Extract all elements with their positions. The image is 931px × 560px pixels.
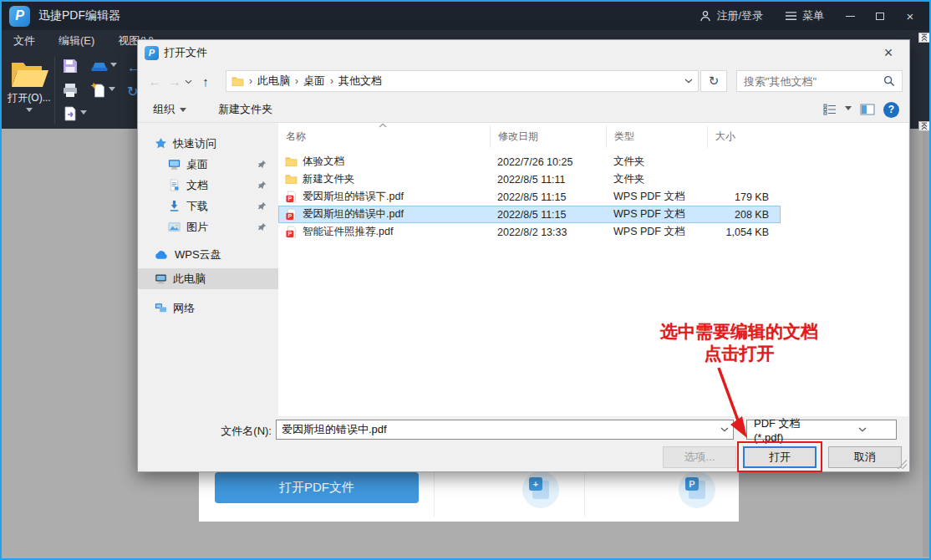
column-header-size[interactable]: 大小 <box>707 125 781 148</box>
column-header-date[interactable]: 修改日期 <box>490 125 606 148</box>
file-type: WPS PDF 文档 <box>606 225 707 239</box>
dialog-close-button[interactable]: × <box>876 42 901 64</box>
pin-icon <box>257 160 267 169</box>
new-pdf-action[interactable]: + <box>522 471 559 508</box>
chevron-down-icon <box>180 108 186 115</box>
file-row[interactable]: 智能证件照推荐.pdf 2022/8/2 13:33 WPS PDF 文档 1,… <box>278 223 781 241</box>
new-folder-button[interactable]: 新建文件夹 <box>215 102 276 117</box>
print-button[interactable] <box>62 82 79 99</box>
chevron-down-icon[interactable] <box>845 106 852 114</box>
login-label: 注册/登录 <box>716 8 763 23</box>
search-box[interactable] <box>736 70 903 92</box>
up-button[interactable]: ↑ <box>196 74 216 89</box>
open-file-button[interactable]: 打开(O)... <box>7 56 52 118</box>
filename-input[interactable] <box>277 424 716 436</box>
dialog-body: 快速访问 桌面 文档 下载 <box>138 123 908 416</box>
organize-button[interactable]: 组织 <box>150 102 190 117</box>
document-icon <box>168 179 181 191</box>
cloud-icon <box>155 250 169 260</box>
collapse-panel-icon[interactable] <box>918 121 930 131</box>
file-list-header: 名称 修改日期 类型 大小 <box>278 125 908 148</box>
annotation-line2: 点击打开 <box>620 343 858 364</box>
sidebar-item-quick-access[interactable]: 快速访问 <box>138 133 278 154</box>
search-icon <box>883 75 895 87</box>
address-chevron-icon[interactable] <box>684 79 693 84</box>
menu-button[interactable]: 菜单 <box>776 2 832 30</box>
filetype-select[interactable]: PDF 文档 (*.pdf) <box>746 420 897 440</box>
file-date: 2022/7/26 10:25 <box>490 156 606 168</box>
help-button[interactable]: ? <box>883 102 899 118</box>
pdf-icon <box>285 208 298 221</box>
file-list: 名称 修改日期 类型 大小 体验文档 2022/7/26 10:25 文件夹 <box>278 123 908 416</box>
sidebar-item-label: 图片 <box>186 220 208 235</box>
sidebar-item-documents[interactable]: 文档 <box>138 175 278 196</box>
export-button[interactable] <box>62 105 87 122</box>
column-header-type[interactable]: 类型 <box>606 125 707 148</box>
sidebar-item-desktop[interactable]: 桌面 <box>138 154 278 175</box>
minimize-button[interactable] <box>837 2 862 30</box>
sidebar-item-label: WPS云盘 <box>175 247 221 262</box>
folder-icon <box>285 173 298 186</box>
file-row[interactable]: 体验文档 2022/7/26 10:25 文件夹 <box>278 153 781 171</box>
refresh-button[interactable]: ↻ <box>700 70 727 92</box>
breadcrumb-this-pc[interactable]: 此电脑 <box>257 74 290 89</box>
sidebar-item-pictures[interactable]: 图片 <box>138 216 278 237</box>
sidebar-item-label: 此电脑 <box>173 272 206 287</box>
cancel-button[interactable]: 取消 <box>828 446 902 468</box>
filename-label: 文件名(N): <box>188 424 272 439</box>
resize-grip[interactable] <box>898 460 907 469</box>
app-logo-icon: P <box>9 6 30 27</box>
maximize-button[interactable] <box>867 2 893 30</box>
login-button[interactable]: 注册/登录 <box>691 2 771 30</box>
sidebar-item-downloads[interactable]: 下载 <box>138 196 278 216</box>
dialog-command-bar: 组织 新建文件夹 ? <box>138 97 909 123</box>
breadcrumb-sep: › <box>295 75 298 87</box>
file-date: 2022/8/5 11:15 <box>490 191 606 203</box>
open-pdf-file-button[interactable]: 打开PDF文件 <box>215 472 419 503</box>
open-button[interactable]: 打开 <box>743 446 817 468</box>
sidebar-item-network[interactable]: 网络 <box>138 298 278 318</box>
person-icon <box>700 10 711 22</box>
annotation-text: 选中需要编辑的文档 点击打开 <box>620 321 858 364</box>
menu-file[interactable]: 文件 <box>2 30 47 52</box>
sort-ascending-icon <box>379 123 387 128</box>
file-row[interactable]: 新建文件夹 2022/8/5 11:11 文件夹 <box>278 171 781 188</box>
new-folder-label: 新建文件夹 <box>218 102 272 117</box>
history-chevron-icon[interactable] <box>185 79 192 84</box>
back-button[interactable]: ← <box>145 74 165 89</box>
annotation-line1: 选中需要编辑的文档 <box>620 321 858 343</box>
chevron-down-icon <box>80 110 87 118</box>
scan-button[interactable] <box>90 59 117 73</box>
sidebar-item-label: 文档 <box>186 178 208 193</box>
sidebar-item-wps-cloud[interactable]: WPS云盘 <box>138 244 278 265</box>
folder-icon <box>231 75 244 88</box>
sidebar-item-label: 下载 <box>186 199 208 214</box>
column-header-name[interactable]: 名称 <box>278 125 490 148</box>
minimize-icon <box>846 16 855 17</box>
file-type: 文件夹 <box>606 155 707 169</box>
file-row-selected[interactable]: 爱因斯坦的错误中.pdf 2022/8/5 11:15 WPS PDF 文档 2… <box>278 206 781 223</box>
breadcrumb-other-docs[interactable]: 其他文档 <box>338 74 382 89</box>
pin-icon <box>257 201 267 211</box>
pin-icon <box>257 222 267 232</box>
sidebar-item-this-pc[interactable]: 此电脑 <box>138 268 278 289</box>
pdf-convert-action[interactable]: P <box>679 471 715 508</box>
app-title: 迅捷PDF编辑器 <box>38 8 120 23</box>
new-document-button[interactable] <box>90 82 115 99</box>
address-bar[interactable]: › 此电脑 › 桌面 › 其他文档 <box>226 70 699 92</box>
breadcrumb-desktop[interactable]: 桌面 <box>303 74 325 89</box>
file-size: 1,054 KB <box>707 227 781 238</box>
picture-icon <box>168 221 181 233</box>
file-row[interactable]: 爱因斯坦的错误下.pdf 2022/8/5 11:15 WPS PDF 文档 1… <box>278 188 781 206</box>
open-file-label: 打开(O)... <box>7 91 52 105</box>
preview-pane-button[interactable] <box>860 104 875 115</box>
menu-edit[interactable]: 编辑(E) <box>47 30 106 52</box>
breadcrumb-sep: › <box>249 75 252 87</box>
collapse-panel-icon[interactable] <box>918 33 930 43</box>
search-input[interactable] <box>744 75 883 88</box>
close-button[interactable]: × <box>898 2 923 30</box>
ribbon-separator <box>54 57 55 124</box>
save-button[interactable] <box>62 58 79 74</box>
view-mode-button[interactable] <box>823 104 837 115</box>
forward-button[interactable]: → <box>165 74 185 89</box>
